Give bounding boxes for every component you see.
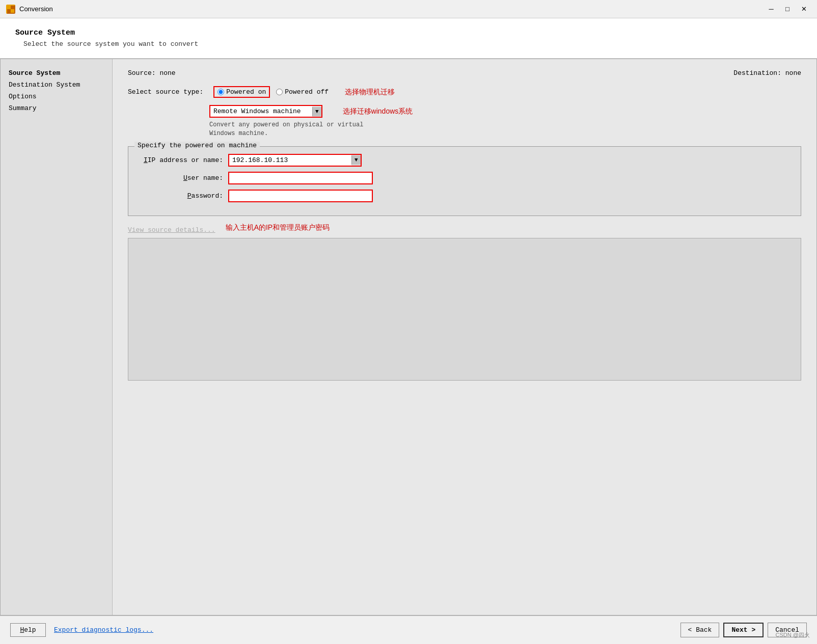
next-button[interactable]: Next > [723,623,764,637]
window-title: Conversion [19,5,53,13]
titlebar-controls: ─ □ ✕ [764,4,811,15]
powered-on-option-box: Powered on [213,86,270,98]
close-button[interactable]: ✕ [797,4,811,15]
maximize-button[interactable]: □ [780,4,795,15]
powered-on-machine-group: Specify the powered on machine IIP addre… [128,146,801,216]
source-type-label: Select source type: [128,88,203,96]
app-icon [6,5,15,14]
page-subtitle: Select the source system you want to con… [15,40,802,48]
svg-rect-3 [11,9,14,13]
annotation-select-physical: 选择物理机迁移 [345,88,395,97]
powered-off-label: Powered off [285,88,329,96]
dropdown-row: Remote Windows machine Local machine ▼ 选… [209,105,801,118]
sidebar: Source System Destination System Options… [1,59,113,615]
header-section: Source System Select the source system y… [0,18,817,59]
username-label: User name: [137,174,228,182]
svg-rect-2 [7,9,11,13]
source-info: Source: none [128,69,176,77]
password-input[interactable] [229,191,372,201]
destination-label: Destination: [733,69,781,77]
annotation-ip: 输入主机A的IP和管理员账户密码 [226,223,330,232]
username-row: User name: [137,172,793,184]
back-button[interactable]: < Back [680,623,720,637]
page-title: Source System [15,29,802,37]
svg-rect-0 [7,6,11,9]
source-label: Source: [128,69,156,77]
svg-rect-1 [11,6,14,9]
sidebar-item-summary[interactable]: Summary [1,102,112,114]
destination-value: none [785,69,801,77]
machine-type-description: Convert any powered on physical or virtu… [209,121,372,138]
ip-input-wrapper: ▼ [228,154,362,167]
titlebar-left: Conversion [6,5,53,14]
sd-header: Source: none Destination: none [128,69,801,77]
view-source-details-link[interactable]: View source details... [128,226,215,234]
content-area: Source: none Destination: none Select so… [113,59,816,615]
powered-on-label: Powered on [226,88,266,96]
powered-on-radio[interactable] [217,89,224,95]
footer: Help Export diagnostic logs... < Back Ne… [0,615,817,644]
powered-off-radio[interactable] [276,89,283,95]
help-label: Help [20,626,36,634]
help-button[interactable]: Help [10,623,46,637]
username-input[interactable] [229,173,372,183]
sidebar-item-source-system[interactable]: Source System [1,67,112,79]
machine-type-select[interactable]: Remote Windows machine Local machine [210,106,312,117]
titlebar: Conversion ─ □ ✕ [0,0,817,18]
password-label: Password: [137,192,228,200]
powered-off-radio-label[interactable]: Powered off [276,88,329,96]
machine-type-dropdown-box: Remote Windows machine Local machine ▼ [209,105,322,118]
group-box-legend: Specify the powered on machine [134,142,260,149]
watermark: CSDN @四火 [776,631,810,639]
source-type-row: Select source type: Powered on Powered o… [128,86,801,98]
ip-dropdown-arrow-icon[interactable]: ▼ [351,155,361,165]
sidebar-item-destination-system[interactable]: Destination System [1,79,112,91]
detail-area [128,238,801,381]
ip-address-label: IIP address or name: [137,156,228,164]
powered-on-radio-label[interactable]: Powered on [217,88,266,96]
dropdown-arrow-icon[interactable]: ▼ [312,107,321,116]
ip-address-input[interactable] [229,155,351,166]
view-source-row: View source details... 输入主机A的IP和管理员账户密码 [128,222,801,234]
minimize-button[interactable]: ─ [764,4,778,15]
source-value: none [159,69,175,77]
ip-address-row: IIP address or name: ▼ [137,154,793,167]
password-row: Password: [137,190,793,202]
destination-info: Destination: none [733,69,801,77]
username-input-wrapper [228,172,373,184]
sidebar-item-options[interactable]: Options [1,91,112,102]
main-area: Source System Destination System Options… [0,59,817,615]
password-input-wrapper [228,190,373,202]
annotation-select-windows: 选择迁移windows系统 [343,107,413,116]
export-logs-button[interactable]: Export diagnostic logs... [54,626,153,634]
